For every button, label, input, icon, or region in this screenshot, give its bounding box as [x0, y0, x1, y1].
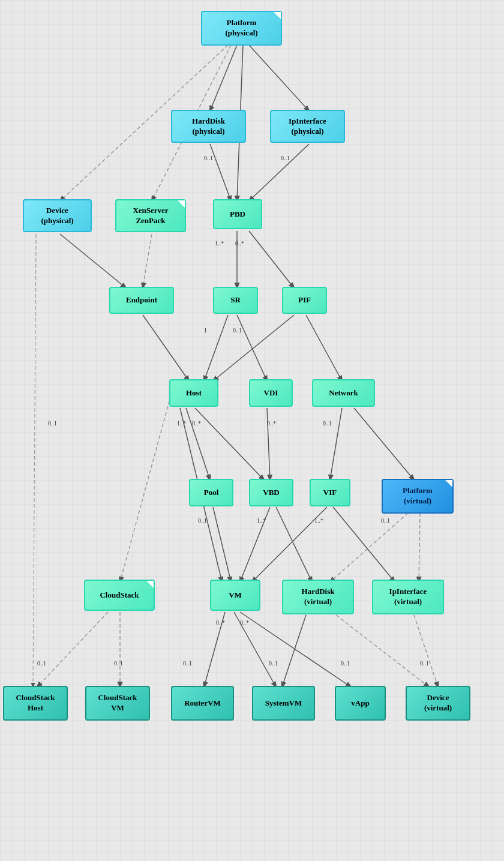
- mult-16: 0..1: [48, 420, 57, 427]
- harddisk-physical-node: HardDisk(physical): [171, 110, 246, 143]
- mult-1: 0..1: [204, 155, 213, 161]
- mult-17: 0..1: [381, 517, 390, 524]
- mult-19: 0..1: [114, 660, 123, 667]
- svg-line-28: [120, 395, 171, 582]
- mult-9: 0..*: [267, 420, 276, 427]
- svg-line-18: [267, 408, 270, 480]
- mult-21: 0..1: [269, 660, 278, 667]
- svg-line-37: [414, 615, 438, 687]
- harddisk-physical-label: HardDisk(physical): [192, 116, 225, 137]
- mult-22: 0..1: [341, 660, 350, 667]
- svg-line-0: [210, 45, 237, 111]
- cloudstack-label: CloudStack: [100, 590, 139, 601]
- pbd-node: PBD: [213, 199, 262, 229]
- device-virtual-node: Device(virtual): [406, 686, 470, 721]
- svg-line-19: [330, 408, 342, 480]
- network-label: Network: [329, 388, 358, 398]
- mult-4: 0..*: [235, 240, 244, 247]
- xenserver-zenpack-node: XenServerZenPack: [115, 199, 186, 232]
- pbd-label: PBD: [230, 209, 245, 220]
- ipinterface-physical-node: IpInterface(physical): [270, 110, 345, 143]
- cloudstack-node: CloudStack: [84, 580, 155, 611]
- ipinterface-virtual-label: IpInterface(virtual): [389, 587, 427, 607]
- vdi-node: VDI: [249, 379, 293, 407]
- sr-label: SR: [230, 295, 241, 305]
- host-label: Host: [186, 388, 202, 398]
- svg-line-30: [37, 612, 108, 687]
- svg-line-6: [249, 144, 309, 201]
- mult-13: 1..*: [314, 517, 323, 524]
- svg-line-34: [240, 612, 351, 687]
- pif-node: PIF: [282, 287, 327, 314]
- cloudstack-vm-node: CloudStackVM: [85, 686, 150, 721]
- svg-line-36: [336, 615, 429, 687]
- ipinterface-virtual-node: IpInterface(virtual): [372, 580, 444, 614]
- platform-physical-node: Platform(physical): [201, 11, 282, 46]
- svg-line-14: [213, 315, 294, 381]
- device-physical-label: Device(physical): [41, 206, 73, 226]
- svg-line-13: [237, 315, 267, 381]
- device-physical-node: Device(physical): [23, 199, 92, 232]
- mult-23: 0..1: [420, 660, 429, 667]
- svg-line-8: [249, 231, 294, 288]
- mult-6: 0..1: [233, 327, 242, 334]
- xenserver-zenpack-label: XenServerZenPack: [133, 206, 168, 226]
- svg-line-9: [143, 234, 152, 288]
- vm-label: VM: [229, 590, 242, 601]
- svg-line-26: [276, 507, 312, 582]
- pool-label: Pool: [204, 488, 219, 498]
- vapp-label: vApp: [351, 698, 369, 709]
- svg-line-22: [330, 513, 408, 582]
- svg-line-10: [60, 234, 126, 288]
- platform-virtual-label: Platform(virtual): [403, 486, 433, 506]
- pif-label: PIF: [298, 295, 311, 305]
- mult-8: 0..*: [192, 420, 201, 427]
- ipinterface-physical-label: IpInterface(physical): [289, 116, 326, 137]
- svg-line-1: [249, 45, 309, 111]
- vif-label: VIF: [323, 488, 337, 498]
- endpoint-label: Endpoint: [126, 295, 157, 305]
- systemvm-node: SystemVM: [252, 686, 315, 721]
- harddisk-virtual-label: HardDisk(virtual): [302, 587, 335, 607]
- svg-line-12: [204, 315, 228, 381]
- mult-10: 0..1: [323, 420, 332, 427]
- pool-node: Pool: [189, 479, 233, 506]
- systemvm-label: SystemVM: [265, 698, 302, 709]
- platform-virtual-node: Platform(virtual): [382, 479, 454, 514]
- svg-line-5: [210, 144, 231, 201]
- mult-15: 0..*: [240, 619, 249, 626]
- svg-line-11: [143, 315, 189, 381]
- mult-12: 1..*: [257, 517, 266, 524]
- network-node: Network: [312, 379, 375, 407]
- vbd-node: VBD: [249, 479, 293, 506]
- vif-node: VIF: [310, 479, 350, 506]
- mult-7: 1..*: [177, 420, 186, 427]
- vapp-node: vApp: [335, 686, 386, 721]
- mult-20: 0..1: [183, 660, 192, 667]
- device-virtual-label: Device(virtual): [424, 693, 452, 713]
- svg-line-38: [33, 234, 36, 687]
- svg-line-35: [282, 615, 306, 687]
- platform-physical-label: Platform(physical): [225, 18, 257, 38]
- harddisk-virtual-node: HardDisk(virtual): [282, 580, 354, 614]
- svg-line-20: [354, 408, 414, 480]
- vdi-label: VDI: [264, 388, 278, 398]
- vm-node: VM: [210, 580, 260, 611]
- mult-18: 0..1: [37, 660, 46, 667]
- routervm-node: RouterVM: [171, 686, 234, 721]
- mult-2: 0..1: [281, 155, 290, 161]
- routervm-label: RouterVM: [184, 698, 221, 709]
- sr-node: SR: [213, 287, 258, 314]
- mult-3: 1..*: [215, 240, 224, 247]
- host-node: Host: [169, 379, 218, 407]
- vbd-label: VBD: [263, 488, 279, 498]
- mult-14: 0..*: [216, 619, 225, 626]
- svg-line-15: [306, 315, 342, 381]
- endpoint-node: Endpoint: [109, 287, 174, 314]
- cloudstack-vm-label: CloudStackVM: [98, 693, 137, 713]
- mult-11: 0..1: [198, 517, 207, 524]
- svg-line-17: [195, 408, 264, 480]
- cloudstack-host-label: CloudStackHost: [16, 693, 55, 713]
- svg-line-21: [419, 513, 420, 582]
- svg-line-16: [186, 408, 210, 480]
